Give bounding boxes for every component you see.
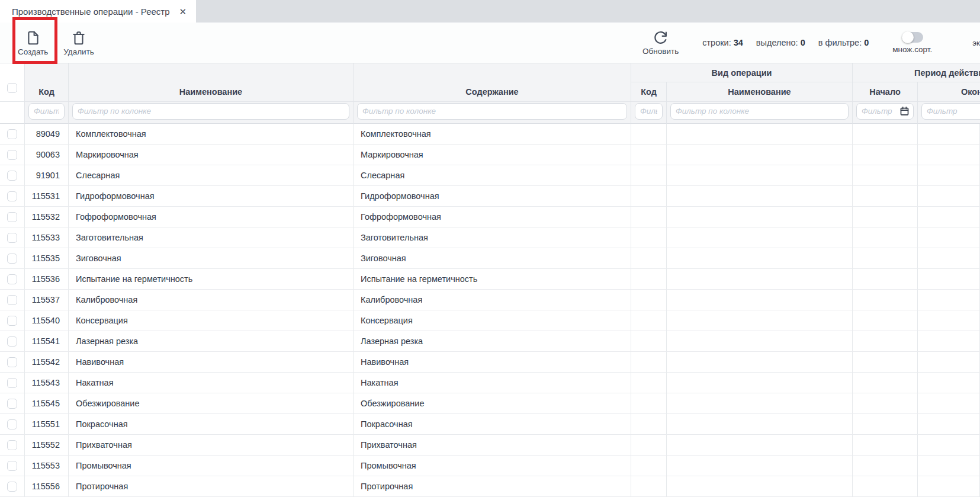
cell-op-code xyxy=(631,207,667,227)
filter-input-end-date[interactable] xyxy=(927,107,980,116)
row-checkbox-cell xyxy=(0,373,25,393)
cell-end xyxy=(918,456,980,476)
row-checkbox[interactable] xyxy=(7,171,17,181)
cell-name: Консервация xyxy=(69,310,354,331)
filter-cell-name xyxy=(69,102,354,124)
row-checkbox[interactable] xyxy=(7,440,17,450)
export-label-cutoff[interactable]: эк xyxy=(972,39,980,56)
table-row[interactable]: 115535 Зиговочная Зиговочная xyxy=(0,248,980,269)
create-button[interactable]: Создать xyxy=(18,30,48,56)
table-row[interactable]: 115553 Промывочная Промывочная xyxy=(0,456,980,476)
cell-op-code xyxy=(631,393,667,413)
column-header-code[interactable]: Код xyxy=(25,63,69,102)
table-row[interactable]: 115533 Заготовительная Заготовительная xyxy=(0,227,980,248)
row-checkbox-cell xyxy=(0,124,25,144)
cell-end xyxy=(918,435,980,455)
column-header-op-name[interactable]: Наименование xyxy=(667,82,853,102)
cell-code: 115541 xyxy=(25,331,69,351)
cell-content: Испытание на герметичность xyxy=(354,269,631,289)
table-row[interactable]: 115551 Покрасочная Покрасочная xyxy=(0,414,980,435)
row-checkbox[interactable] xyxy=(7,233,17,243)
refresh-button[interactable]: Обновить xyxy=(642,30,679,56)
column-header-name[interactable]: Наименование xyxy=(69,63,354,102)
filter-input-op-name[interactable] xyxy=(670,103,849,120)
cell-name: Маркировочная xyxy=(69,145,354,165)
cell-end xyxy=(918,186,980,206)
cell-end xyxy=(918,248,980,268)
cell-start xyxy=(853,145,918,165)
table-header: Код Наименование Содержание Вид операции… xyxy=(0,63,980,124)
table-row[interactable]: 115543 Накатная Накатная xyxy=(0,373,980,393)
column-header-start[interactable]: Начало xyxy=(853,82,918,102)
row-checkbox-cell xyxy=(0,145,25,165)
column-header-op-code[interactable]: Код xyxy=(631,82,667,102)
table-row[interactable]: 115556 Протирочная Протирочная xyxy=(0,476,980,497)
row-checkbox[interactable] xyxy=(7,129,17,139)
row-checkbox[interactable] xyxy=(7,316,17,326)
cell-content: Прихваточная xyxy=(354,435,631,455)
multisort-control: множ.сорт. xyxy=(892,32,932,54)
row-checkbox[interactable] xyxy=(7,336,17,347)
new-document-icon xyxy=(25,30,41,46)
column-header-content[interactable]: Содержание xyxy=(354,63,631,102)
filter-input-code[interactable] xyxy=(28,103,65,120)
row-checkbox[interactable] xyxy=(7,191,17,201)
row-checkbox[interactable] xyxy=(7,461,17,471)
row-checkbox[interactable] xyxy=(7,274,17,284)
cell-name: Гофроформовочная xyxy=(69,207,354,227)
cell-content: Обезжирование xyxy=(354,393,631,413)
row-checkbox[interactable] xyxy=(7,295,17,305)
row-checkbox[interactable] xyxy=(7,399,17,409)
table-row[interactable]: 91901 Слесарная Слесарная xyxy=(0,165,980,186)
cell-start xyxy=(853,124,918,144)
cell-op-name xyxy=(667,393,853,413)
table-row[interactable]: 115542 Навивочная Навивочная xyxy=(0,352,980,373)
cell-op-name xyxy=(667,207,853,227)
row-checkbox[interactable] xyxy=(7,419,17,429)
cell-code: 115532 xyxy=(25,207,69,227)
select-all-checkbox[interactable] xyxy=(7,83,17,93)
table-row[interactable]: 115545 Обезжирование Обезжирование xyxy=(0,393,980,414)
table-row[interactable]: 115540 Консервация Консервация xyxy=(0,310,980,331)
cell-name: Обезжирование xyxy=(69,393,354,413)
filter-input-start-date[interactable] xyxy=(862,107,898,116)
cell-op-code xyxy=(631,352,667,372)
table-row[interactable]: 90063 Маркировочная Маркировочная xyxy=(0,145,980,165)
row-checkbox[interactable] xyxy=(7,254,17,264)
cell-start xyxy=(853,373,918,393)
trash-icon xyxy=(71,30,86,46)
table-row[interactable]: 115531 Гидроформовочная Гидроформовочная xyxy=(0,186,980,207)
cell-name: Зиговочная xyxy=(69,248,354,268)
close-icon[interactable]: ✕ xyxy=(179,7,187,16)
filter-cell-start xyxy=(853,102,918,124)
table-row[interactable]: 115541 Лазерная резка Лазерная резка xyxy=(0,331,980,352)
table-row[interactable]: 115536 Испытание на герметичность Испыта… xyxy=(0,269,980,290)
cell-name: Промывочная xyxy=(69,456,354,476)
filter-input-op-code[interactable] xyxy=(635,103,663,120)
tab-production-operations[interactable]: Производственные операции - Реестр ✕ xyxy=(0,0,196,23)
row-checkbox[interactable] xyxy=(7,378,17,388)
row-checkbox-cell xyxy=(0,352,25,372)
filter-input-name[interactable] xyxy=(72,103,349,120)
table-row[interactable]: 115537 Калибровочная Калибровочная xyxy=(0,290,980,310)
table-row[interactable]: 89049 Комплектовочная Комплектовочная xyxy=(0,124,980,145)
cell-start xyxy=(853,290,918,310)
calendar-icon xyxy=(899,106,910,116)
grid-stats: строки:34 выделено:0 в фильтре:0 xyxy=(702,38,869,47)
cell-code: 115536 xyxy=(25,269,69,289)
column-header-end[interactable]: Окончание xyxy=(918,82,980,102)
cell-op-code xyxy=(631,331,667,351)
table-row[interactable]: 115532 Гофроформовочная Гофроформовочная xyxy=(0,207,980,227)
row-checkbox[interactable] xyxy=(7,482,17,492)
filter-input-content[interactable] xyxy=(357,103,627,120)
multisort-toggle[interactable] xyxy=(902,32,923,43)
delete-button[interactable]: Удалить xyxy=(63,30,94,56)
row-checkbox[interactable] xyxy=(7,150,17,160)
cell-code: 89049 xyxy=(25,124,69,144)
row-checkbox[interactable] xyxy=(7,357,17,367)
cell-op-name xyxy=(667,145,853,165)
cell-start xyxy=(853,352,918,372)
table-row[interactable]: 115552 Прихваточная Прихваточная xyxy=(0,435,980,456)
cell-op-name xyxy=(667,352,853,372)
row-checkbox[interactable] xyxy=(7,212,17,222)
